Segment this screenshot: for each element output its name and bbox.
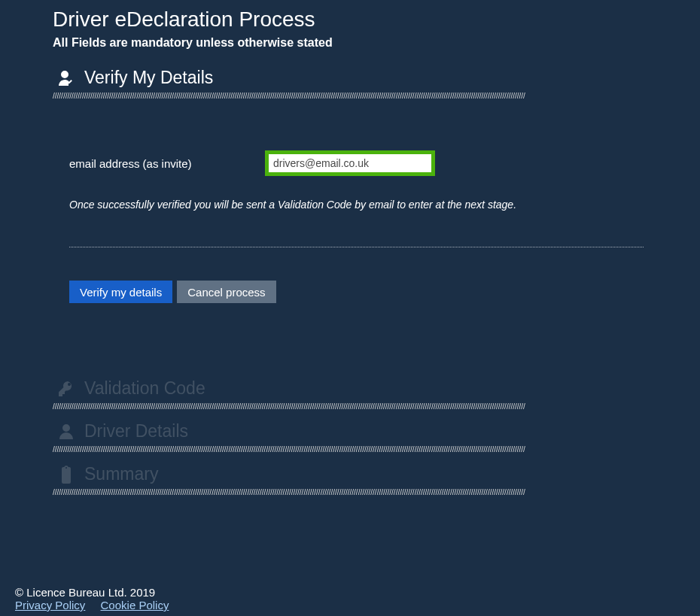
divider-hash: ////////////////////////////////////////… [53, 489, 647, 496]
divider-hash: ////////////////////////////////////////… [53, 446, 647, 454]
step-header-verify-details[interactable]: Verify My Details [53, 66, 647, 91]
clipboard-icon [57, 466, 75, 484]
step-title-summary: Summary [84, 464, 158, 484]
step-title-validation: Validation Code [84, 378, 205, 399]
page-footer: © Licence Bureau Ltd. 2019 Privacy Polic… [15, 586, 181, 611]
step-header-driver-details[interactable]: Driver Details [53, 420, 647, 445]
step-title-driver: Driver Details [84, 421, 188, 442]
divider-hash: ////////////////////////////////////////… [53, 403, 647, 411]
step-body-verify: email address (as invite) Once successfu… [53, 109, 647, 318]
user-check-icon [57, 69, 75, 87]
dotted-divider [69, 247, 644, 247]
email-label: email address (as invite) [69, 157, 265, 170]
cancel-button[interactable]: Cancel process [177, 281, 275, 303]
page-subtitle: All Fields are mandatory unless otherwis… [53, 36, 647, 50]
step-header-validation-code[interactable]: Validation Code [53, 377, 647, 402]
verification-hint: Once successfully verified you will be s… [69, 199, 631, 211]
divider-hash: ////////////////////////////////////////… [53, 93, 647, 100]
page-title: Driver eDeclaration Process [53, 8, 647, 32]
privacy-link[interactable]: Privacy Policy [15, 599, 85, 611]
email-input-highlight [265, 150, 435, 176]
step-title-verify: Verify My Details [84, 68, 213, 88]
footer-copyright: © Licence Bureau Ltd. 2019 [15, 586, 181, 599]
step-header-summary[interactable]: Summary [53, 463, 647, 487]
cookie-link[interactable]: Cookie Policy [101, 599, 169, 611]
user-icon [57, 423, 75, 441]
key-icon [57, 380, 75, 398]
email-input[interactable] [269, 154, 431, 172]
verify-button[interactable]: Verify my details [69, 281, 172, 303]
